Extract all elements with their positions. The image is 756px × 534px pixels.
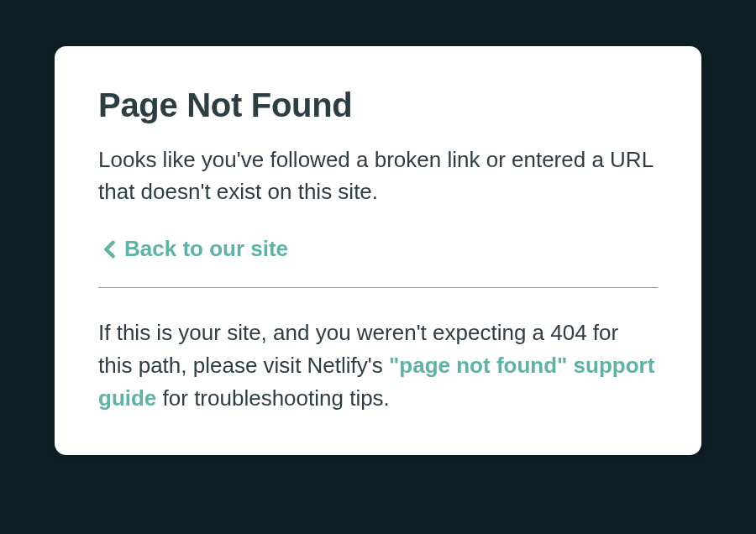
error-message: Looks like you've followed a broken link… xyxy=(98,144,658,207)
support-text: If this is your site, and you weren't ex… xyxy=(98,317,658,415)
support-suffix: for troubleshooting tips. xyxy=(156,385,390,411)
divider xyxy=(98,287,658,288)
page-title: Page Not Found xyxy=(98,86,658,124)
back-to-site-link[interactable]: Back to our site xyxy=(103,236,288,262)
chevron-left-icon xyxy=(103,240,116,259)
error-card: Page Not Found Looks like you've followe… xyxy=(55,46,701,455)
back-link-label: Back to our site xyxy=(124,236,288,262)
